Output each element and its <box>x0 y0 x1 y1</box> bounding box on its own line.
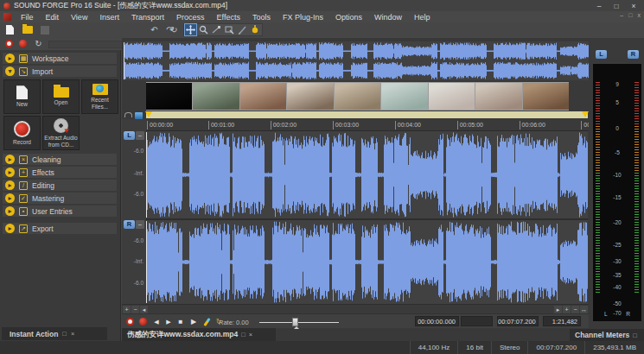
event-tool-icon[interactable] <box>224 24 235 35</box>
meter-right-button[interactable]: R <box>628 50 639 59</box>
level-meter[interactable]: 9 5 0 -5 -10 -15 -20 -25 -30 -35 -40 -50… <box>593 64 641 321</box>
loop-region-bar[interactable] <box>146 111 588 118</box>
video-thumbnail[interactable] <box>429 83 475 110</box>
status-file-size[interactable]: 235,493.1 MB <box>584 341 644 354</box>
magnify-tool-icon[interactable] <box>198 24 209 35</box>
float-icon[interactable]: □ <box>241 331 245 338</box>
import-open-button[interactable]: Open <box>42 79 80 114</box>
close-button[interactable]: × <box>625 2 642 10</box>
import-new-button[interactable]: New <box>3 79 41 114</box>
time-ruler[interactable]: 00:00:00 00:01:00 00:02:00 00:03:00 00:0… <box>146 119 589 131</box>
save-file-icon[interactable] <box>39 24 50 35</box>
float-icon[interactable]: □ <box>633 332 637 339</box>
open-file-icon[interactable] <box>22 24 33 35</box>
overview-waveform[interactable] <box>124 41 589 80</box>
envelope-tool-icon[interactable] <box>211 24 222 35</box>
video-thumbnail[interactable] <box>523 83 569 110</box>
menu-transport[interactable]: Transport <box>125 13 170 22</box>
touch-tool-icon[interactable] <box>250 24 261 35</box>
menu-help[interactable]: Help <box>408 13 437 22</box>
instant-action-tab[interactable]: Instant Action □ × <box>2 327 107 340</box>
end-time-display[interactable]: 00:07:07.200 <box>497 316 539 326</box>
fit-width-button[interactable]: ↔ <box>580 306 588 313</box>
video-thumbnail-strip[interactable] <box>146 82 569 111</box>
restore-button[interactable]: □ <box>608 2 625 10</box>
doc-restore-button[interactable]: □ <box>628 12 632 18</box>
right-channel-minimize-button[interactable]: ‒ <box>136 220 144 229</box>
new-file-icon[interactable] <box>4 24 16 35</box>
menu-window[interactable]: Window <box>368 13 408 22</box>
zoom-in-time-button[interactable]: + <box>563 306 571 313</box>
status-sample-rate[interactable]: 44,100 Hz <box>410 341 457 354</box>
right-channel-waveform[interactable] <box>146 220 588 304</box>
minimize-button[interactable]: – <box>590 2 608 10</box>
snap-icon[interactable] <box>135 112 143 119</box>
status-length[interactable]: 00:07:07.200 <box>527 341 584 354</box>
scroll-right-button[interactable]: ▸ <box>554 306 562 313</box>
pencil-tool-icon[interactable] <box>237 24 248 35</box>
menu-edit[interactable]: Edit <box>40 13 66 22</box>
sample-count-display[interactable]: 1:21,482 <box>543 316 581 326</box>
rate-slider-track[interactable] <box>259 322 339 323</box>
menu-view[interactable]: View <box>65 13 93 22</box>
menu-tools[interactable]: Tools <box>246 13 277 22</box>
menu-options[interactable]: Options <box>329 13 368 22</box>
menu-fx-plugins[interactable]: FX Plug-Ins <box>277 13 329 22</box>
close-icon[interactable]: × <box>249 331 252 338</box>
horizontal-scroll-row[interactable]: + − ◂ ▸ + − ↔ <box>122 304 589 313</box>
position-time-display[interactable]: 00:00:00.000 <box>415 316 459 326</box>
sidebar-item-user-entries[interactable]: ▸ ▪ User Entries <box>3 205 117 217</box>
video-thumbnail[interactable] <box>381 83 427 110</box>
float-icon[interactable]: □ <box>62 330 67 338</box>
loop-start-marker[interactable] <box>145 111 152 117</box>
sidebar-item-effects[interactable]: ▸ + Effects <box>3 167 117 178</box>
document-tab[interactable]: 伤感的安详www.ssdax.com.mp4 □ × <box>122 328 276 341</box>
rate-slider-handle[interactable] <box>292 318 298 326</box>
loop-end-marker[interactable] <box>582 111 589 117</box>
left-channel-waveform[interactable] <box>146 131 588 218</box>
menu-effects[interactable]: Effects <box>211 13 246 22</box>
video-thumbnail[interactable] <box>240 83 286 110</box>
left-channel-minimize-button[interactable]: ‒ <box>136 131 144 140</box>
record-remote-icon[interactable] <box>3 38 15 49</box>
sidebar-item-workspace[interactable]: ▸ ▦ Workspace <box>3 53 117 64</box>
import-recent-files-button[interactable]: Recent Files... <box>81 79 118 114</box>
menu-process[interactable]: Process <box>170 13 211 22</box>
play-as-cutlist-button[interactable] <box>201 317 212 326</box>
close-icon[interactable]: × <box>71 330 74 338</box>
meter-left-button[interactable]: L <box>596 50 607 59</box>
channel-meters-tab[interactable]: Channel Meters □ <box>570 329 644 341</box>
zoom-out-button[interactable]: − <box>131 306 139 313</box>
edit-tool-icon[interactable] <box>185 24 196 35</box>
record-button[interactable] <box>137 317 148 326</box>
loop-playback-icon[interactable]: ↻ <box>33 38 44 49</box>
doc-close-button[interactable]: x <box>638 12 641 18</box>
go-to-start-button[interactable]: ◀ <box>151 317 162 326</box>
selection-time-display[interactable] <box>461 316 493 326</box>
video-thumbnail[interactable] <box>287 83 333 110</box>
sidebar-item-cleaning[interactable]: ▸ × Cleaning <box>3 154 117 165</box>
import-record-button[interactable]: Record <box>3 116 41 150</box>
undo-icon[interactable]: ↶ <box>149 24 160 35</box>
video-thumbnail[interactable] <box>335 83 380 110</box>
sidebar-item-export[interactable]: ▸ ↗ Export <box>3 223 117 234</box>
left-channel-button[interactable]: L <box>124 131 135 140</box>
play-button[interactable]: ▶ <box>188 317 199 326</box>
stop-button[interactable]: ■ <box>175 317 186 326</box>
menu-insert[interactable]: Insert <box>93 13 125 22</box>
go-to-end-button[interactable]: ▶ <box>163 317 174 326</box>
record-icon[interactable] <box>17 38 29 49</box>
video-thumbnail[interactable] <box>146 83 192 110</box>
sidebar-item-import[interactable]: ▾ ↘ Import <box>3 66 117 77</box>
status-bit-depth[interactable]: 16 bit <box>457 341 491 354</box>
lock-icon[interactable] <box>124 112 132 117</box>
doc-minimize-button[interactable]: – <box>620 12 623 18</box>
status-channel-mode[interactable]: Stereo <box>491 341 528 354</box>
menu-file[interactable]: File <box>15 13 40 22</box>
right-channel-button[interactable]: R <box>124 220 135 229</box>
sidebar-item-editing[interactable]: ▸ / Editing <box>3 180 117 191</box>
zoom-in-button[interactable]: + <box>123 306 131 313</box>
zoom-out-time-button[interactable]: − <box>571 306 579 313</box>
scroll-left-button[interactable]: ◂ <box>140 306 148 313</box>
video-thumbnail[interactable] <box>193 83 239 110</box>
